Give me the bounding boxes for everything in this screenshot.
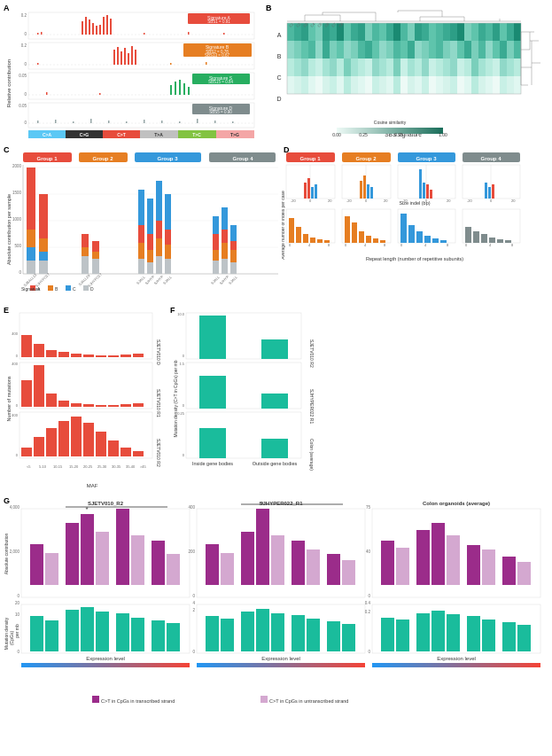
svg-rect-450 [21, 448, 32, 456]
svg-text:400: 400 [12, 362, 18, 366]
svg-rect-439 [58, 401, 69, 407]
svg-rect-55 [73, 121, 74, 123]
svg-rect-530 [271, 535, 284, 585]
svg-rect-193 [372, 76, 379, 94]
panel-a-y-label: Relative contribution [6, 59, 12, 107]
svg-rect-389 [345, 216, 350, 243]
svg-rect-194 [379, 76, 386, 94]
svg-rect-372 [492, 184, 494, 199]
svg-rect-140 [464, 41, 471, 58]
svg-rect-99 [408, 23, 415, 41]
svg-rect-27 [135, 50, 136, 65]
svg-rect-544 [256, 609, 269, 651]
svg-rect-120 [323, 41, 330, 58]
svg-text:Group 1: Group 1 [299, 156, 321, 161]
svg-text:Group 4: Group 4 [232, 156, 253, 161]
svg-rect-9 [106, 15, 108, 35]
svg-text:0.75: 0.75 [394, 132, 403, 137]
svg-rect-199 [415, 76, 422, 94]
svg-rect-481 [261, 394, 288, 409]
svg-text:2: 2 [192, 608, 195, 612]
svg-rect-210 [493, 76, 500, 94]
svg-text:SBS15 = 0.84: SBS15 = 0.84 [208, 80, 233, 84]
svg-rect-364 [430, 190, 432, 199]
svg-rect-532 [307, 549, 320, 585]
svg-rect-363 [426, 184, 429, 199]
svg-text:20: 20 [328, 199, 332, 203]
svg-rect-459 [133, 451, 144, 456]
svg-text:C: C [73, 286, 76, 292]
svg-text:SJHYPER022 R1: SJHYPER022 R1 [309, 389, 315, 424]
svg-rect-40 [175, 82, 176, 95]
svg-rect-43 [188, 87, 190, 95]
svg-text:0.4: 0.4 [365, 601, 371, 605]
svg-text:0: 0 [309, 199, 312, 203]
svg-text:Group 3: Group 3 [157, 156, 178, 161]
svg-rect-454 [71, 417, 82, 456]
svg-rect-176 [486, 58, 493, 76]
svg-rect-486 [199, 428, 226, 458]
svg-rect-185 [315, 76, 323, 94]
svg-rect-22 [117, 47, 119, 65]
svg-text:Outside gene bodies: Outside gene bodies [253, 461, 298, 466]
svg-rect-571 [396, 620, 409, 651]
svg-rect-286 [92, 259, 99, 274]
svg-text:0.2: 0.2 [21, 43, 27, 48]
svg-rect-561 [447, 535, 460, 585]
svg-rect-25 [128, 53, 129, 65]
svg-text:0: 0 [183, 354, 185, 358]
svg-rect-192 [365, 76, 372, 94]
svg-rect-541 [206, 616, 219, 651]
svg-rect-146 [507, 41, 514, 58]
svg-rect-5 [92, 23, 94, 35]
svg-rect-442 [96, 405, 106, 407]
svg-text:0.00: 0.00 [332, 132, 341, 137]
svg-rect-570 [381, 618, 394, 651]
svg-text:*: * [85, 505, 88, 513]
svg-text:0: 0 [24, 121, 27, 125]
panel-f: F Mutation density (C>T in CpGs) per mb … [170, 306, 334, 492]
svg-text:4: 4 [424, 243, 427, 247]
svg-rect-495 [30, 544, 43, 585]
svg-rect-526 [206, 544, 219, 585]
svg-rect-171 [450, 58, 457, 76]
svg-rect-518 [167, 623, 180, 651]
svg-rect-116 [294, 41, 301, 58]
svg-rect-304 [165, 259, 171, 274]
svg-rect-444 [121, 404, 131, 407]
svg-rect-452 [46, 428, 57, 456]
svg-rect-475 [261, 339, 288, 359]
svg-rect-154 [330, 58, 337, 76]
panel-b: B A B C D [266, 4, 548, 141]
panel-e-label: E [4, 306, 9, 315]
svg-rect-197 [400, 76, 408, 94]
svg-rect-139 [457, 41, 464, 58]
svg-text:Group 4: Group 4 [480, 156, 501, 161]
svg-rect-189 [344, 76, 351, 94]
svg-text:20: 20 [384, 199, 388, 203]
svg-rect-528 [241, 532, 254, 585]
svg-rect-511 [45, 620, 58, 651]
svg-rect-213 [514, 76, 521, 94]
svg-rect-498 [81, 514, 94, 585]
svg-text:SJETV010 D: SJETV010 D [156, 339, 161, 365]
svg-text:SJETV010 R2: SJETV010 R2 [156, 439, 161, 467]
svg-rect-583 [372, 663, 540, 667]
svg-rect-204 [450, 76, 457, 94]
svg-rect-145 [500, 41, 507, 58]
svg-rect-346 [315, 184, 317, 199]
svg-text:200: 200 [188, 549, 195, 554]
svg-text:0: 0 [24, 62, 27, 66]
svg-rect-456 [96, 432, 106, 456]
svg-rect-381 [303, 234, 308, 243]
svg-rect-109 [478, 23, 486, 41]
svg-rect-341 [286, 165, 335, 199]
svg-rect-42 [183, 83, 185, 95]
svg-rect-103 [436, 23, 443, 41]
panel-c-svg: Absolute contribution per sample Group 1… [4, 145, 283, 300]
svg-rect-523 [21, 663, 190, 667]
svg-rect-90 [344, 23, 351, 41]
svg-text:SJHYP: SJHYP [219, 274, 230, 285]
svg-rect-371 [488, 187, 491, 199]
svg-text:-20: -20 [291, 199, 297, 203]
